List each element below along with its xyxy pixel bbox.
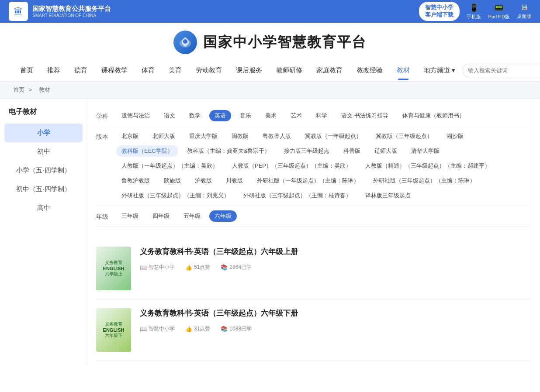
book-learners-2: 📚 1088已学 bbox=[221, 325, 252, 333]
tag-fujian[interactable]: 闽教版 bbox=[226, 131, 254, 142]
download-button[interactable]: 智慧中小学 客户端下载 bbox=[419, 2, 460, 21]
tag-waiyan3[interactable]: 外研社版（三年级起点）（主编：陈琳） bbox=[368, 175, 481, 186]
book-info-1: 义务教育教科书·英语（三年级起点）六年级上册 📖 智慧中小学 👍 51点赞 📚 bbox=[140, 247, 531, 271]
tag-chinese[interactable]: 语文 bbox=[159, 110, 180, 121]
tag-grade3[interactable]: 三年级 bbox=[116, 210, 144, 222]
nav-item-home[interactable]: 首页 bbox=[13, 61, 40, 80]
site-title-bar: 国家中小学智慧教育平台 bbox=[0, 23, 540, 59]
tag-waiyan3-liu[interactable]: 外研社版（三年级起点）（主编：刘兆义） bbox=[116, 190, 235, 201]
tag-eec[interactable]: 教科版（EEC学院） bbox=[116, 145, 178, 157]
nav-item-family[interactable]: 家庭教育 bbox=[309, 61, 350, 80]
tag-math[interactable]: 数学 bbox=[184, 110, 206, 121]
site-title: 国家中小学智慧教育平台 bbox=[203, 33, 367, 52]
tag-calligraphy[interactable]: 语文·书法练习指导 bbox=[336, 110, 394, 121]
book-list: 义务教育 ENGLISH 六年级上 义务教育教科书·英语（三年级起点）六年级上册… bbox=[87, 234, 540, 365]
tag-waiyan3-gui[interactable]: 外研社版（三年级起点）（主编：桂诗春） bbox=[238, 190, 357, 201]
pad-icon: 📟 bbox=[488, 3, 510, 13]
book-title-2[interactable]: 义务教育教科书·英语（三年级起点）六年级下册 bbox=[140, 308, 531, 318]
grade-label: 年级 bbox=[96, 210, 112, 221]
nav-item-moral[interactable]: 德育 bbox=[67, 61, 94, 80]
breadcrumb-home[interactable]: 首页 bbox=[13, 86, 24, 93]
nav-item-reform[interactable]: 教改经验 bbox=[350, 61, 390, 80]
main-nav: 首页 推荐 德育 课程教学 体育 美育 劳动教育 课后服务 教师研修 家庭教育 … bbox=[0, 59, 540, 82]
tag-yilin[interactable]: 译林版三年级起点 bbox=[360, 190, 416, 201]
tag-grade5[interactable]: 五年级 bbox=[178, 210, 206, 222]
tag-grade6[interactable]: 六年级 bbox=[209, 210, 237, 222]
nav-item-sports[interactable]: 体育 bbox=[135, 61, 162, 80]
book-platform-1: 📖 智慧中小学 bbox=[140, 264, 175, 271]
filter-area: 学科 道德与法治 语文 数学 英语 音乐 美术 艺术 科学 语文·书法练习指导 … bbox=[87, 99, 540, 234]
tag-arts[interactable]: 艺术 bbox=[285, 110, 307, 121]
tag-shan[interactable]: 陕旅版 bbox=[159, 175, 186, 186]
tag-art[interactable]: 美术 bbox=[260, 110, 282, 121]
book-meta-2: 📖 智慧中小学 👍 31点赞 📚 1088已学 bbox=[140, 325, 531, 333]
nav-item-recommend[interactable]: 推荐 bbox=[40, 61, 67, 80]
tag-renj1[interactable]: 人教版（一年级起点）（主编：吴欣） bbox=[116, 160, 223, 172]
sidebar-item-primary54[interactable]: 小学（五·四学制） bbox=[0, 161, 87, 180]
device-options: 📱 手机版 📟 Pad HD版 🖥 桌面版 bbox=[467, 3, 531, 20]
mobile-icon: 📱 bbox=[467, 3, 481, 13]
desktop-device[interactable]: 🖥 桌面版 bbox=[517, 3, 531, 20]
book-platform-2: 📖 智慧中小学 bbox=[140, 325, 175, 333]
subject-tags: 道德与法治 语文 数学 英语 音乐 美术 艺术 科学 语文·书法练习指导 体育与… bbox=[116, 110, 531, 121]
subject-filter-row: 学科 道德与法治 语文 数学 英语 音乐 美术 艺术 科学 语文·书法练习指导 … bbox=[96, 106, 531, 126]
tag-beijing-normal[interactable]: 北师大版 bbox=[147, 131, 180, 142]
like-icon-1: 👍 bbox=[185, 264, 192, 271]
sidebar-item-primary[interactable]: 小学 bbox=[4, 124, 83, 142]
book-item: 义务教育 ENGLISH 六年级上 义务教育教科书·英语（三年级起点）六年级上册… bbox=[96, 238, 531, 299]
book-likes-1: 👍 51点赞 bbox=[185, 264, 210, 271]
book-likes-2: 👍 31点赞 bbox=[185, 325, 210, 333]
sidebar-item-high[interactable]: 高中 bbox=[0, 199, 87, 217]
tag-grade4[interactable]: 四年级 bbox=[147, 210, 175, 222]
platform-icon-1: 📖 bbox=[140, 264, 147, 271]
tag-lu[interactable]: 鲁教沪教版 bbox=[116, 175, 155, 186]
tag-chuan[interactable]: 川教版 bbox=[221, 175, 248, 186]
edition-filter-row: 版本 北京版 北师大版 重庆大学版 闽教版 粤教粤人版 冀教版（一年级起点） 冀… bbox=[96, 126, 531, 206]
tag-english[interactable]: 英语 bbox=[209, 110, 231, 121]
nav-item-teacher[interactable]: 教师研修 bbox=[269, 61, 309, 80]
main-content: 电子教材 小学 初中 小学（五·四学制） 初中（五·四学制） 高中 学科 道德与… bbox=[0, 99, 540, 365]
svg-point-1 bbox=[183, 39, 187, 44]
grade-tags: 三年级 四年级 五年级 六年级 bbox=[116, 210, 531, 222]
tag-hu[interactable]: 沪教版 bbox=[190, 175, 217, 186]
book-meta-1: 📖 智慧中小学 👍 51点赞 📚 2864已学 bbox=[140, 264, 531, 271]
tag-jieli[interactable]: 接力版三年级起点 bbox=[279, 145, 335, 157]
tag-gong[interactable]: 教科版（主编：龚亚夫&鲁宗干） bbox=[182, 145, 276, 157]
subject-label: 学科 bbox=[96, 110, 112, 120]
sidebar: 电子教材 小学 初中 小学（五·四学制） 初中（五·四学制） 高中 bbox=[0, 99, 87, 365]
nav-item-labor[interactable]: 劳动教育 bbox=[189, 61, 229, 80]
tag-chongqing[interactable]: 重庆大学版 bbox=[184, 131, 223, 142]
nav-search-area: 🔍 登录 注册 bbox=[462, 59, 540, 81]
tag-qinghua[interactable]: 清华大学版 bbox=[406, 145, 445, 157]
tag-music[interactable]: 音乐 bbox=[235, 110, 256, 121]
right-area: 学科 道德与法治 语文 数学 英语 音乐 美术 艺术 科学 语文·书法练习指导 … bbox=[87, 99, 540, 365]
mobile-device[interactable]: 📱 手机版 bbox=[467, 3, 481, 20]
pad-device[interactable]: 📟 Pad HD版 bbox=[488, 3, 510, 20]
sidebar-item-middle[interactable]: 初中 bbox=[0, 142, 87, 161]
tag-beijing[interactable]: 北京版 bbox=[116, 131, 144, 142]
sidebar-item-middle54[interactable]: 初中（五·四学制） bbox=[0, 180, 87, 199]
tag-moral[interactable]: 道德与法治 bbox=[116, 110, 155, 121]
nav-item-afterschool[interactable]: 课后服务 bbox=[229, 61, 269, 80]
tag-ji1[interactable]: 冀教版（一年级起点） bbox=[300, 131, 367, 142]
nav-item-textbook[interactable]: 教材 bbox=[390, 61, 417, 80]
tag-renj3[interactable]: 人教版（PEP）（三年级起点）（主编：吴欣） bbox=[227, 160, 357, 172]
tag-renjing[interactable]: 人教版（精通）（三年级起点）（主编：郝建平） bbox=[360, 160, 495, 172]
book-title-1[interactable]: 义务教育教科书·英语（三年级起点）六年级上册 bbox=[140, 247, 531, 257]
tag-science[interactable]: 科学 bbox=[311, 110, 332, 121]
tag-pe[interactable]: 体育与健康（教师用书） bbox=[397, 110, 470, 121]
tag-waiyan1[interactable]: 外研社版（一年级起点）（主编：陈琳） bbox=[252, 175, 364, 186]
learner-icon-1: 📚 bbox=[221, 264, 228, 271]
logo-sub: SMART EDUCATION OF CHINA bbox=[32, 13, 111, 18]
search-input[interactable] bbox=[468, 67, 538, 74]
nav-item-arts[interactable]: 美育 bbox=[162, 61, 189, 80]
nav-item-local[interactable]: 地方频道 ▾ bbox=[417, 61, 462, 80]
tag-ji3[interactable]: 冀教版（三年级起点） bbox=[370, 131, 438, 142]
tag-liao[interactable]: 辽师大版 bbox=[369, 145, 402, 157]
desktop-icon: 🖥 bbox=[517, 3, 531, 12]
tag-kepu[interactable]: 科普版 bbox=[338, 145, 366, 157]
tag-guangdong[interactable]: 粤教粤人版 bbox=[257, 131, 296, 142]
learner-icon-2: 📚 bbox=[221, 326, 228, 332]
nav-item-course[interactable]: 课程教学 bbox=[94, 61, 135, 80]
tag-xiang[interactable]: 湘沙版 bbox=[441, 131, 469, 142]
